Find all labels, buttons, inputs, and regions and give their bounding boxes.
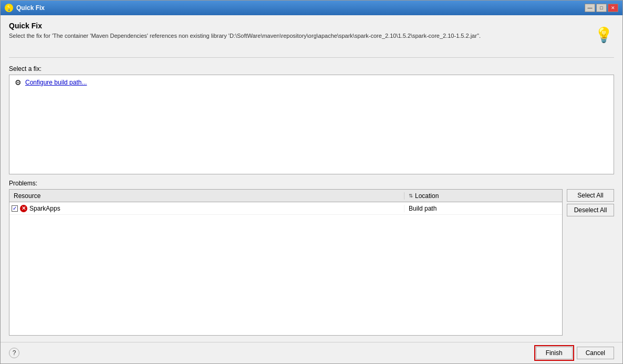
fix-item[interactable]: ⚙ Configure build path... <box>12 77 611 88</box>
header-section: Quick Fix Select the fix for 'The contai… <box>9 22 614 50</box>
fix-item-label[interactable]: Configure build path... <box>25 79 87 86</box>
help-button[interactable]: ? <box>9 348 19 358</box>
minimize-button[interactable]: — <box>585 4 595 12</box>
table-row[interactable]: ✓ ✕ SparkApps Build path <box>9 202 562 215</box>
table-body: ✓ ✕ SparkApps Build path <box>9 202 562 335</box>
cancel-button[interactable]: Cancel <box>577 347 614 359</box>
maximize-button[interactable]: □ <box>596 4 607 12</box>
fix-section: Select a fix: ⚙ Configure build path... <box>9 65 614 174</box>
deselect-all-button[interactable]: Deselect All <box>567 204 614 216</box>
fix-section-label: Select a fix: <box>9 65 614 72</box>
sort-icon: ⇅ <box>409 193 413 199</box>
title-bar-controls: — □ ✕ <box>585 4 618 12</box>
lightbulb-icon: 💡 <box>593 22 614 48</box>
fix-list[interactable]: ⚙ Configure build path... <box>9 75 614 174</box>
dialog-title: Quick Fix <box>9 22 588 30</box>
table-header: Resource ⇅ Location <box>9 190 562 202</box>
problems-label: Problems: <box>9 180 614 187</box>
row-name: SparkApps <box>29 205 60 212</box>
problems-area: Resource ⇅ Location ✓ ✕ SparkApps <box>9 189 614 336</box>
window-title: Quick Fix <box>16 4 45 12</box>
footer-right: Finish Cancel <box>536 347 614 359</box>
side-buttons: Select All Deselect All <box>567 189 614 336</box>
finish-button[interactable]: Finish <box>536 347 573 359</box>
close-button[interactable]: ✕ <box>608 4 618 12</box>
td-location: Build path <box>404 205 562 212</box>
footer: ? Finish Cancel <box>1 342 622 363</box>
header-text: Quick Fix Select the fix for 'The contai… <box>9 22 588 40</box>
dialog-description: Select the fix for 'The container 'Maven… <box>9 32 588 40</box>
window-icon: 💡 <box>5 4 13 12</box>
title-bar-left: 💡 Quick Fix <box>5 4 45 12</box>
main-content: Quick Fix Select the fix for 'The contai… <box>1 15 622 342</box>
header-divider <box>9 57 614 58</box>
title-bar: 💡 Quick Fix — □ ✕ <box>1 1 622 15</box>
col-location-wrapper: ⇅ Location <box>404 192 562 200</box>
select-all-button[interactable]: Select All <box>567 189 614 202</box>
error-icon: ✕ <box>20 205 27 212</box>
footer-left: ? <box>9 348 19 358</box>
col-resource: Resource <box>9 192 404 200</box>
td-resource: ✓ ✕ SparkApps <box>9 205 404 212</box>
quick-fix-window: 💡 Quick Fix — □ ✕ Quick Fix Select the f… <box>0 0 623 364</box>
build-path-icon: ⚙ <box>14 78 22 87</box>
problems-section: Problems: Resource ⇅ Location <box>9 180 614 336</box>
row-checkbox[interactable]: ✓ <box>12 205 18 212</box>
col-location: Location <box>415 192 439 200</box>
problems-table: Resource ⇅ Location ✓ ✕ SparkApps <box>9 189 563 336</box>
